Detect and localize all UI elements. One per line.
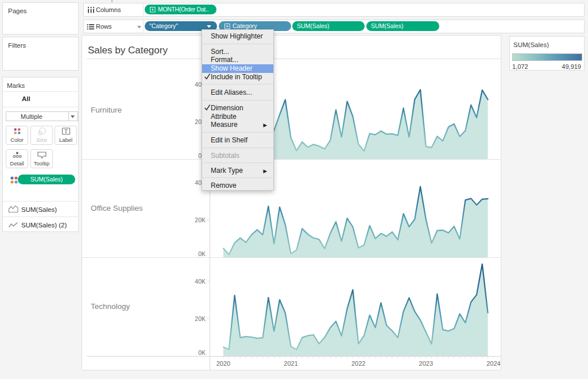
svg-text:0K: 0K [198,349,206,356]
svg-text:Sales by Category: Sales by Category [88,45,168,56]
svg-text:20K: 20K [195,216,206,223]
svg-text:2024: 2024 [486,360,500,367]
svg-text:2021: 2021 [284,360,297,367]
svg-text:40K: 40K [195,278,206,285]
svg-text:20K: 20K [195,315,206,322]
svg-text:T: T [64,129,68,134]
svg-text:0K: 0K [198,250,206,257]
svg-text:2022: 2022 [351,360,365,367]
svg-text:Furniture: Furniture [91,106,122,114]
svg-text:2020: 2020 [216,360,230,367]
svg-text:2023: 2023 [419,360,433,367]
svg-text:Office Supplies: Office Supplies [91,204,143,212]
svg-text:Technology: Technology [91,302,130,311]
